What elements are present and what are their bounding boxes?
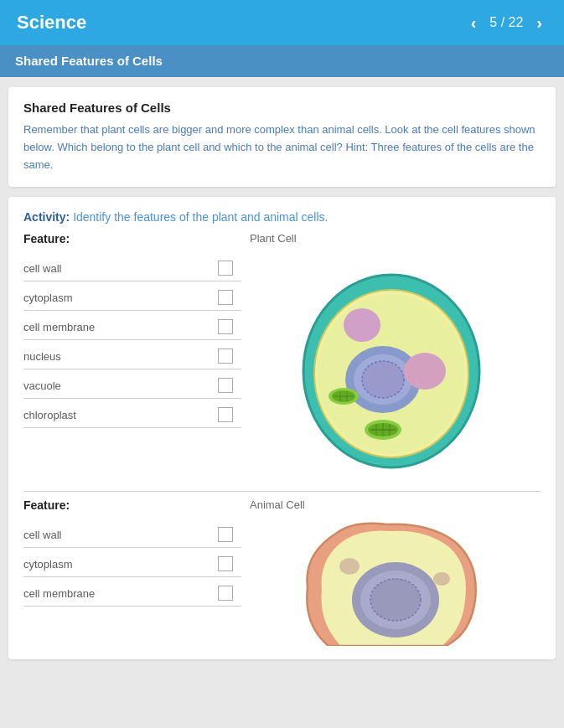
plant-feature-name-chloroplast: chloroplast	[23, 409, 76, 421]
svg-point-5	[362, 361, 404, 398]
plant-cell-label: Plant Cell	[241, 232, 297, 245]
animal-cell-label: Animal Cell	[241, 498, 305, 511]
animal-features-column: Feature: cell wall cytoplasm cell membra…	[23, 498, 241, 646]
animal-checkbox-cell-membrane[interactable]	[218, 586, 233, 601]
animal-cell-section: Feature: cell wall cytoplasm cell membra…	[23, 498, 541, 646]
animal-feature-row-cell-membrane: cell membrane	[23, 577, 241, 607]
activity-label: Activity: Identify the features of the p…	[23, 210, 541, 224]
plant-checkbox-vacuole[interactable]	[218, 378, 233, 393]
plant-cell-illustration	[287, 250, 496, 484]
app-header: Science ‹ 5 / 22 ›	[0, 0, 564, 45]
activity-description: Identify the features of the plant and a…	[73, 210, 328, 224]
animal-checkbox-cytoplasm[interactable]	[218, 556, 233, 571]
svg-point-7	[404, 353, 446, 390]
prev-page-button[interactable]: ‹	[466, 13, 482, 33]
page-navigation: ‹ 5 / 22 ›	[466, 13, 547, 33]
info-card-text: Remember that plant cells are bigger and…	[23, 121, 541, 173]
activity-card: Activity: Identify the features of the p…	[8, 197, 556, 659]
animal-feature-row-cell-wall: cell wall	[23, 519, 241, 548]
animal-feature-row-cytoplasm: cytoplasm	[23, 548, 241, 577]
plant-cell-section: Feature: cell wall cytoplasm cell membra…	[23, 232, 541, 484]
section-divider	[23, 491, 541, 492]
plant-checkbox-cytoplasm[interactable]	[218, 290, 233, 305]
plant-cell-image-column: Plant Cell	[241, 232, 541, 484]
plant-feature-row-vacuole: vacuole	[23, 369, 241, 399]
page-indicator: 5 / 22	[489, 15, 523, 30]
animal-cell-illustration	[287, 516, 496, 646]
plant-checkbox-nucleus[interactable]	[218, 349, 233, 364]
info-card-title: Shared Features of Cells	[23, 101, 541, 115]
plant-feature-row-cell-wall: cell wall	[23, 252, 241, 281]
plant-feature-name-cell-wall: cell wall	[23, 262, 62, 275]
svg-point-6	[344, 308, 380, 342]
plant-feature-row-chloroplast: chloroplast	[23, 399, 241, 428]
plant-checkbox-cell-membrane[interactable]	[218, 319, 233, 334]
plant-feature-name-vacuole: vacuole	[23, 379, 61, 392]
animal-checkbox-cell-wall[interactable]	[218, 527, 233, 542]
plant-checkbox-chloroplast[interactable]	[218, 407, 233, 422]
plant-feature-name-cell-membrane: cell membrane	[23, 321, 95, 333]
info-card: Shared Features of Cells Remember that p…	[8, 87, 556, 187]
plant-feature-row-nucleus: nucleus	[23, 340, 241, 369]
plant-checkbox-cell-wall[interactable]	[218, 261, 233, 276]
plant-feature-name-nucleus: nucleus	[23, 350, 61, 363]
svg-point-23	[370, 579, 421, 621]
section-title-bar: Shared Features of Cells	[0, 45, 564, 77]
animal-feature-name-cell-wall: cell wall	[23, 529, 62, 541]
animal-cell-image-column: Animal Cell	[241, 498, 541, 646]
plant-feature-row-cell-membrane: cell membrane	[23, 311, 241, 340]
section-title: Shared Features of Cells	[15, 54, 163, 68]
plant-feature-row-cytoplasm: cytoplasm	[23, 281, 241, 311]
plant-feature-header: Feature:	[23, 232, 241, 245]
animal-feature-name-cytoplasm: cytoplasm	[23, 558, 73, 571]
next-page-button[interactable]: ›	[531, 13, 547, 33]
plant-features-column: Feature: cell wall cytoplasm cell membra…	[23, 232, 241, 484]
plant-feature-name-cytoplasm: cytoplasm	[23, 292, 73, 304]
app-title: Science	[17, 12, 86, 34]
activity-bold-label: Activity:	[23, 210, 70, 224]
svg-point-24	[339, 558, 360, 575]
animal-feature-header: Feature:	[23, 498, 241, 512]
svg-point-25	[433, 572, 450, 586]
animal-feature-name-cell-membrane: cell membrane	[23, 587, 95, 600]
